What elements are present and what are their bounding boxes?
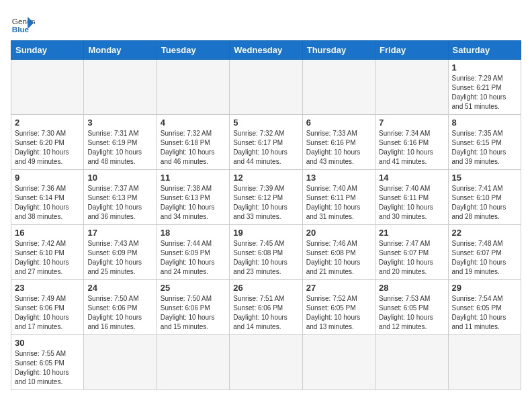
day-number: 25 — [161, 283, 226, 293]
calendar-day-cell — [157, 60, 229, 115]
day-number: 10 — [87, 173, 152, 183]
day-number: 9 — [15, 173, 80, 183]
day-info: Sunrise: 7:40 AM Sunset: 6:11 PM Dayligh… — [306, 184, 371, 222]
weekday-header-tuesday: Tuesday — [157, 41, 229, 60]
day-number: 4 — [161, 118, 226, 128]
day-info: Sunrise: 7:37 AM Sunset: 6:13 PM Dayligh… — [87, 184, 152, 222]
calendar-week-row: 23Sunrise: 7:49 AM Sunset: 6:06 PM Dayli… — [11, 280, 521, 335]
calendar-day-cell: 1Sunrise: 7:29 AM Sunset: 6:21 PM Daylig… — [448, 60, 521, 115]
day-number: 6 — [306, 118, 371, 128]
calendar-day-cell: 6Sunrise: 7:33 AM Sunset: 6:16 PM Daylig… — [302, 115, 375, 170]
day-info: Sunrise: 7:42 AM Sunset: 6:10 PM Dayligh… — [15, 239, 80, 277]
weekday-header-monday: Monday — [84, 41, 157, 60]
day-number: 12 — [233, 173, 298, 183]
day-info: Sunrise: 7:48 AM Sunset: 6:07 PM Dayligh… — [452, 239, 517, 277]
day-info: Sunrise: 7:43 AM Sunset: 6:09 PM Dayligh… — [87, 239, 152, 277]
day-number: 8 — [452, 118, 517, 128]
calendar-day-cell — [230, 60, 302, 115]
svg-text:Blue: Blue — [12, 25, 30, 34]
day-info: Sunrise: 7:50 AM Sunset: 6:06 PM Dayligh… — [87, 294, 152, 332]
day-info: Sunrise: 7:35 AM Sunset: 6:15 PM Dayligh… — [452, 129, 517, 167]
day-info: Sunrise: 7:53 AM Sunset: 6:05 PM Dayligh… — [379, 294, 444, 332]
day-number: 19 — [233, 228, 298, 238]
calendar-day-cell: 21Sunrise: 7:47 AM Sunset: 6:07 PM Dayli… — [375, 225, 448, 280]
weekday-header-saturday: Saturday — [448, 41, 521, 60]
day-number: 23 — [15, 283, 80, 293]
day-info: Sunrise: 7:36 AM Sunset: 6:14 PM Dayligh… — [15, 184, 80, 222]
day-number: 30 — [15, 338, 80, 348]
calendar-day-cell — [230, 335, 302, 390]
calendar-day-cell: 26Sunrise: 7:51 AM Sunset: 6:06 PM Dayli… — [230, 280, 302, 335]
day-info: Sunrise: 7:29 AM Sunset: 6:21 PM Dayligh… — [452, 74, 517, 111]
calendar-day-cell: 27Sunrise: 7:52 AM Sunset: 6:05 PM Dayli… — [302, 280, 375, 335]
calendar-day-cell: 20Sunrise: 7:46 AM Sunset: 6:08 PM Dayli… — [302, 225, 375, 280]
calendar-day-cell — [302, 335, 375, 390]
day-number: 7 — [379, 118, 444, 128]
calendar-week-row: 1Sunrise: 7:29 AM Sunset: 6:21 PM Daylig… — [11, 60, 521, 115]
day-info: Sunrise: 7:52 AM Sunset: 6:05 PM Dayligh… — [306, 294, 371, 332]
calendar-day-cell: 25Sunrise: 7:50 AM Sunset: 6:06 PM Dayli… — [157, 280, 229, 335]
calendar-day-cell: 24Sunrise: 7:50 AM Sunset: 6:06 PM Dayli… — [84, 280, 157, 335]
day-number: 28 — [379, 283, 444, 293]
day-info: Sunrise: 7:55 AM Sunset: 6:05 PM Dayligh… — [15, 349, 80, 387]
calendar-day-cell: 22Sunrise: 7:48 AM Sunset: 6:07 PM Dayli… — [448, 225, 521, 280]
day-info: Sunrise: 7:30 AM Sunset: 6:20 PM Dayligh… — [15, 129, 80, 167]
calendar-day-cell: 9Sunrise: 7:36 AM Sunset: 6:14 PM Daylig… — [11, 170, 84, 225]
calendar-week-row: 9Sunrise: 7:36 AM Sunset: 6:14 PM Daylig… — [11, 170, 521, 225]
calendar-day-cell: 8Sunrise: 7:35 AM Sunset: 6:15 PM Daylig… — [448, 115, 521, 170]
calendar-day-cell: 29Sunrise: 7:54 AM Sunset: 6:05 PM Dayli… — [448, 280, 521, 335]
calendar-day-cell: 13Sunrise: 7:40 AM Sunset: 6:11 PM Dayli… — [302, 170, 375, 225]
weekday-header-sunday: Sunday — [11, 41, 84, 60]
day-number: 11 — [161, 173, 226, 183]
day-info: Sunrise: 7:33 AM Sunset: 6:16 PM Dayligh… — [306, 129, 371, 167]
calendar-day-cell — [375, 335, 448, 390]
day-number: 15 — [452, 173, 517, 183]
weekday-header-thursday: Thursday — [302, 41, 375, 60]
day-number: 5 — [233, 118, 298, 128]
calendar-day-cell: 17Sunrise: 7:43 AM Sunset: 6:09 PM Dayli… — [84, 225, 157, 280]
day-info: Sunrise: 7:34 AM Sunset: 6:16 PM Dayligh… — [379, 129, 444, 167]
calendar-day-cell: 7Sunrise: 7:34 AM Sunset: 6:16 PM Daylig… — [375, 115, 448, 170]
calendar-day-cell: 3Sunrise: 7:31 AM Sunset: 6:19 PM Daylig… — [84, 115, 157, 170]
calendar-day-cell — [375, 60, 448, 115]
day-number: 2 — [15, 118, 80, 128]
day-info: Sunrise: 7:32 AM Sunset: 6:18 PM Dayligh… — [161, 129, 226, 167]
page-header: General Blue — [11, 11, 521, 35]
calendar-day-cell: 10Sunrise: 7:37 AM Sunset: 6:13 PM Dayli… — [84, 170, 157, 225]
day-info: Sunrise: 7:51 AM Sunset: 6:06 PM Dayligh… — [233, 294, 298, 332]
day-info: Sunrise: 7:39 AM Sunset: 6:12 PM Dayligh… — [233, 184, 298, 222]
day-info: Sunrise: 7:32 AM Sunset: 6:17 PM Dayligh… — [233, 129, 298, 167]
logo: General Blue — [11, 11, 35, 35]
day-info: Sunrise: 7:49 AM Sunset: 6:06 PM Dayligh… — [15, 294, 80, 332]
day-info: Sunrise: 7:46 AM Sunset: 6:08 PM Dayligh… — [306, 239, 371, 277]
day-number: 26 — [233, 283, 298, 293]
day-number: 20 — [306, 228, 371, 238]
day-info: Sunrise: 7:41 AM Sunset: 6:10 PM Dayligh… — [452, 184, 517, 222]
day-info: Sunrise: 7:50 AM Sunset: 6:06 PM Dayligh… — [161, 294, 226, 332]
day-info: Sunrise: 7:45 AM Sunset: 6:08 PM Dayligh… — [233, 239, 298, 277]
calendar-day-cell: 23Sunrise: 7:49 AM Sunset: 6:06 PM Dayli… — [11, 280, 84, 335]
calendar-day-cell — [302, 60, 375, 115]
calendar-day-cell: 5Sunrise: 7:32 AM Sunset: 6:17 PM Daylig… — [230, 115, 302, 170]
weekday-header-row: SundayMondayTuesdayWednesdayThursdayFrid… — [11, 41, 521, 60]
day-number: 22 — [452, 228, 517, 238]
weekday-header-friday: Friday — [375, 41, 448, 60]
calendar-day-cell — [84, 60, 157, 115]
day-number: 13 — [306, 173, 371, 183]
calendar-week-row: 2Sunrise: 7:30 AM Sunset: 6:20 PM Daylig… — [11, 115, 521, 170]
calendar-day-cell — [448, 335, 521, 390]
calendar-day-cell — [157, 335, 229, 390]
calendar-day-cell: 16Sunrise: 7:42 AM Sunset: 6:10 PM Dayli… — [11, 225, 84, 280]
day-info: Sunrise: 7:54 AM Sunset: 6:05 PM Dayligh… — [452, 294, 517, 332]
day-number: 16 — [15, 228, 80, 238]
day-info: Sunrise: 7:40 AM Sunset: 6:11 PM Dayligh… — [379, 184, 444, 222]
calendar-day-cell: 12Sunrise: 7:39 AM Sunset: 6:12 PM Dayli… — [230, 170, 302, 225]
calendar-day-cell: 15Sunrise: 7:41 AM Sunset: 6:10 PM Dayli… — [448, 170, 521, 225]
day-info: Sunrise: 7:31 AM Sunset: 6:19 PM Dayligh… — [87, 129, 152, 167]
day-number: 27 — [306, 283, 371, 293]
day-info: Sunrise: 7:47 AM Sunset: 6:07 PM Dayligh… — [379, 239, 444, 277]
day-number: 1 — [452, 62, 517, 73]
day-number: 24 — [87, 283, 152, 293]
day-number: 21 — [379, 228, 444, 238]
calendar-day-cell: 2Sunrise: 7:30 AM Sunset: 6:20 PM Daylig… — [11, 115, 84, 170]
